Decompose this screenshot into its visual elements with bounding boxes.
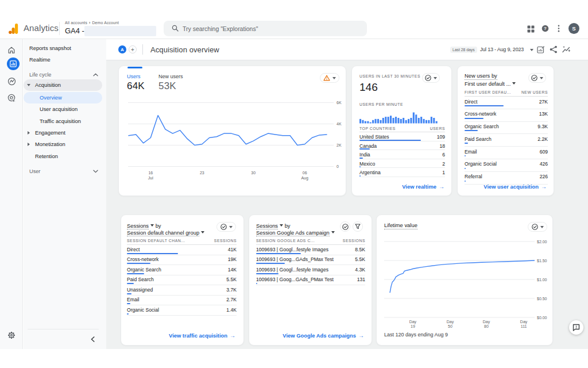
row-label: Argentina bbox=[359, 170, 381, 175]
help-icon[interactable]: ? bbox=[541, 25, 549, 32]
advertising-icon[interactable] bbox=[0, 91, 23, 105]
nav-section-life-cycle[interactable]: Life cycle bbox=[24, 69, 106, 80]
title-caret-icon bbox=[201, 231, 204, 233]
row-bar bbox=[465, 105, 504, 106]
add-comparison-button[interactable]: + bbox=[129, 45, 137, 53]
analytics-logo-icon[interactable] bbox=[9, 24, 18, 34]
property-switcher-label[interactable]: GA4 - bbox=[65, 26, 84, 35]
dimension-label: Session default channel group bbox=[127, 229, 199, 237]
feedback-button[interactable] bbox=[569, 320, 583, 335]
date-caret-icon[interactable] bbox=[530, 49, 533, 51]
date-range-picker[interactable]: Jul 13 - Aug 9, 2023 bbox=[480, 47, 524, 52]
svg-text:0: 0 bbox=[336, 164, 339, 168]
row-bar bbox=[359, 175, 361, 177]
home-icon[interactable] bbox=[0, 43, 23, 57]
apps-grid-icon[interactable] bbox=[527, 25, 535, 33]
chip-caret-icon bbox=[540, 77, 543, 79]
table-row: Organic Search14K bbox=[127, 265, 237, 275]
row-value: 1.4K bbox=[226, 307, 237, 313]
expand-caret-icon[interactable] bbox=[27, 84, 30, 86]
card-title-dimension[interactable]: Session default channel group bbox=[127, 228, 204, 236]
svg-text:16: 16 bbox=[148, 171, 153, 175]
search-bar[interactable]: Try searching "Explorations" bbox=[164, 21, 367, 36]
filter-button[interactable] bbox=[353, 221, 363, 232]
account-avatar[interactable]: S bbox=[568, 23, 579, 34]
row-value: 609 bbox=[540, 149, 548, 155]
row-label: Organic Search bbox=[465, 124, 499, 129]
card-title-dimension[interactable]: Session Google Ads campaign bbox=[256, 228, 335, 236]
view-google-ads-campaigns-link[interactable]: View Google Ads campaigns→ bbox=[283, 332, 364, 339]
check-circle-icon bbox=[425, 75, 431, 81]
property-name-redacted[interactable] bbox=[84, 26, 156, 36]
collapse-section-icon[interactable] bbox=[93, 73, 98, 76]
view-traffic-acquisition-link[interactable]: View traffic acquisition→ bbox=[169, 332, 235, 339]
data-quality-chip[interactable] bbox=[528, 222, 547, 232]
breadcrumb-demo-account[interactable]: Demo Account bbox=[92, 21, 119, 25]
svg-text:6K: 6K bbox=[336, 101, 342, 105]
card-title-ltv[interactable]: Lifetime value bbox=[384, 222, 417, 228]
row-bar bbox=[465, 118, 483, 119]
table-row: Cross-network13K bbox=[465, 109, 548, 122]
row-bar bbox=[127, 273, 144, 274]
data-quality-chip[interactable] bbox=[528, 73, 546, 83]
table-row: Canada18 bbox=[359, 141, 445, 151]
nav-item-acquisition[interactable]: Acquisition bbox=[24, 79, 106, 91]
admin-gear-icon[interactable] bbox=[0, 328, 23, 342]
card-title-dimension[interactable]: First user default ... bbox=[465, 79, 516, 87]
metric-label: Lifetime value bbox=[384, 222, 417, 229]
nav-footer-divider bbox=[28, 329, 99, 329]
collapse-nav-icon[interactable] bbox=[91, 336, 95, 342]
nav-item-overview[interactable]: Overview bbox=[24, 92, 106, 103]
expand-caret-icon[interactable] bbox=[28, 143, 30, 146]
row-value: 109 bbox=[437, 134, 445, 140]
explore-icon[interactable] bbox=[0, 74, 23, 88]
breadcrumb-all-accounts[interactable]: All accounts bbox=[65, 21, 87, 25]
data-quality-warning-chip[interactable] bbox=[320, 73, 339, 83]
card-title-metric[interactable]: New users by bbox=[465, 72, 497, 79]
tab-users[interactable]: Users bbox=[127, 74, 141, 79]
svg-text:19: 19 bbox=[411, 324, 415, 328]
expand-caret-icon[interactable] bbox=[28, 131, 30, 135]
row-value: 27K bbox=[539, 99, 548, 105]
date-preset-badge: Last 28 days bbox=[450, 47, 477, 53]
title-caret-icon bbox=[150, 224, 154, 227]
table-row: Mexico2 bbox=[359, 159, 445, 168]
row-value: 3.7K bbox=[226, 287, 237, 293]
row-bar bbox=[256, 263, 285, 264]
table-row: 1009693 | Goog...GAds_PMax Test5.5K bbox=[256, 255, 365, 266]
card-title-metric[interactable]: Sessions by bbox=[256, 221, 291, 229]
expand-section-icon[interactable] bbox=[93, 170, 98, 173]
data-quality-button[interactable] bbox=[340, 221, 350, 232]
arrow-right-icon: → bbox=[439, 183, 444, 190]
nav-section-user[interactable]: User bbox=[24, 166, 106, 177]
nav-item-user-acquisition[interactable]: User acquisition bbox=[24, 103, 106, 115]
collection-badge[interactable]: A bbox=[118, 45, 126, 53]
view-realtime-link[interactable]: View realtime→ bbox=[402, 183, 444, 190]
row-label: Cross-network bbox=[127, 256, 158, 262]
reports-icon-selected[interactable] bbox=[7, 57, 20, 70]
row-bar bbox=[465, 181, 466, 182]
row-bar bbox=[256, 273, 278, 274]
edit-report-icon[interactable] bbox=[537, 45, 545, 53]
more-options-icon[interactable] bbox=[558, 25, 560, 32]
data-quality-chip[interactable] bbox=[216, 222, 236, 232]
nav-item-label: User bbox=[29, 168, 40, 174]
view-user-acquisition-link[interactable]: View user acquisition→ bbox=[483, 183, 547, 190]
nav-item-reports-snapshot[interactable]: Reports snapshot bbox=[24, 43, 106, 54]
data-quality-chip[interactable] bbox=[422, 73, 440, 83]
breadcrumb[interactable]: All accounts›Demo Account bbox=[65, 21, 119, 25]
share-icon[interactable] bbox=[550, 45, 558, 53]
nav-item-traffic-acquisition[interactable]: Traffic acquisition bbox=[24, 116, 106, 127]
nav-item-realtime[interactable]: Realtime bbox=[24, 54, 106, 66]
tab-new-users[interactable]: New users bbox=[158, 74, 183, 79]
new-users-card: New users by First user default ... FIRS… bbox=[457, 66, 554, 196]
insights-icon[interactable] bbox=[562, 45, 571, 53]
nav-item-engagement[interactable]: Engagement bbox=[24, 127, 106, 139]
sessions-campaign-table: 1009693 | Googl...festyle Images8.5K1009… bbox=[256, 245, 365, 285]
card-title-metric[interactable]: Sessions by bbox=[127, 221, 161, 229]
nav-item-monetization[interactable]: Monetization bbox=[24, 139, 106, 150]
dimension-label: First user default ... bbox=[465, 80, 510, 87]
svg-text:Day: Day bbox=[483, 320, 490, 324]
nav-item-retention[interactable]: Retention bbox=[24, 151, 106, 162]
report-nav: Reports snapshot Realtime Life cycle Acq… bbox=[24, 39, 106, 349]
